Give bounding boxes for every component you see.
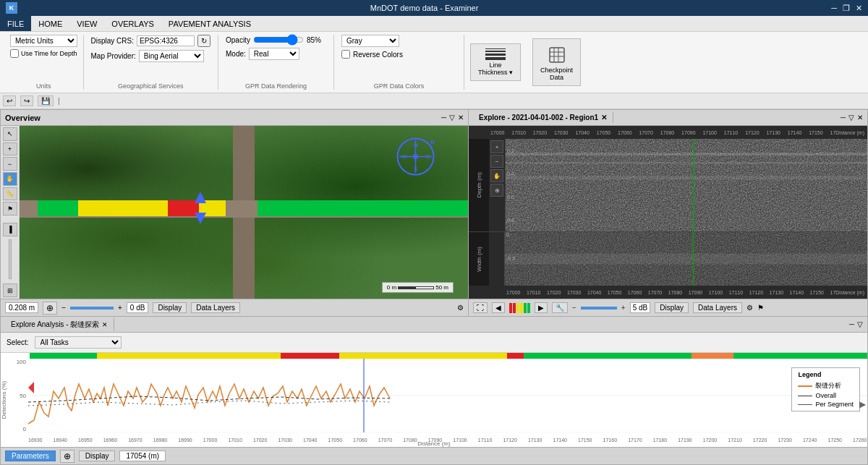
geo-group-title: Geographical Services bbox=[91, 82, 210, 90]
svg-text:S: S bbox=[414, 166, 417, 172]
explore-tab-close[interactable]: ✕ bbox=[601, 114, 607, 121]
legend-color-1 bbox=[798, 385, 812, 387]
close-btn[interactable]: ✕ bbox=[856, 4, 862, 13]
stripe-green[interactable] bbox=[524, 303, 527, 313]
minimize-btn[interactable]: ─ bbox=[831, 4, 837, 13]
tool-flag[interactable]: ⚑ bbox=[3, 202, 17, 216]
bar-yellow3 bbox=[407, 353, 507, 359]
map-provider-select[interactable]: Bing Aerial OpenStreetMap bbox=[139, 50, 204, 62]
explore-right-btn[interactable]: ▶ bbox=[535, 302, 548, 313]
overview-add-btn[interactable]: ⊕ bbox=[43, 302, 57, 315]
use-time-checkbox[interactable] bbox=[10, 49, 19, 58]
overview-close-icon[interactable]: ✕ bbox=[458, 114, 464, 121]
explore-data-layers-btn[interactable]: Data Layers bbox=[693, 302, 742, 313]
explore-left-tools bbox=[469, 126, 472, 129]
explore-expand-icon[interactable]: ▽ bbox=[848, 114, 854, 121]
chart-color-bars bbox=[30, 353, 867, 359]
checkpoint-btn[interactable]: Checkpoint Data bbox=[532, 38, 581, 86]
restore-btn[interactable]: ❐ bbox=[843, 4, 850, 13]
tool-pointer[interactable]: ↖ bbox=[3, 127, 17, 141]
window-controls[interactable]: ─ ❐ ✕ bbox=[831, 4, 862, 13]
tool-pan[interactable]: ✋ bbox=[3, 172, 17, 186]
menu-view[interactable]: VIEW bbox=[69, 16, 104, 31]
zoom-in-btn[interactable]: + bbox=[490, 140, 503, 153]
explore-footer: ⛶ ◀ ▶ 🔧 − + 5 dB Display Data Lay bbox=[469, 299, 867, 316]
menu-file[interactable]: FILE bbox=[0, 16, 31, 31]
select-btn[interactable]: ⊕ bbox=[490, 184, 503, 197]
crs-refresh-btn[interactable]: ↻ bbox=[197, 35, 210, 47]
analysis-add-btn[interactable]: ⊕ bbox=[60, 450, 75, 463]
map-content: N E S W 0 m 50 m bbox=[20, 126, 468, 299]
menu-overlays[interactable]: OVERLAYS bbox=[104, 16, 161, 31]
explore-minus: − bbox=[572, 304, 576, 312]
line-thickness-btn[interactable]: Line Thickness ▾ bbox=[470, 43, 521, 81]
task-select[interactable]: All Tasks Task 1 Task 2 bbox=[35, 336, 122, 349]
bar-red1 bbox=[281, 353, 314, 359]
pan-btn[interactable]: ✋ bbox=[490, 169, 503, 182]
chart-expand-right-icon[interactable]: ▶ bbox=[859, 399, 866, 409]
stripe-yellow2[interactable] bbox=[520, 303, 523, 313]
overview-expand-icon[interactable]: ▽ bbox=[449, 114, 455, 121]
explore-minimize-icon[interactable]: ─ bbox=[841, 114, 846, 121]
explore-tab[interactable]: Explore - 2021-04-01-002 - Region1 ✕ bbox=[473, 112, 613, 123]
undo-btn[interactable]: ↩ bbox=[3, 95, 16, 106]
explore-flag-icon[interactable]: ⚑ bbox=[757, 304, 764, 312]
explore-tools-btn[interactable]: 🔧 bbox=[552, 302, 568, 313]
line-thickness-sublabel: Thickness ▾ bbox=[478, 69, 513, 76]
tool-zoom-in[interactable]: + bbox=[3, 142, 17, 156]
gpr-rendering-group: Opacity 85% Mode: Real Virtual GPR Data … bbox=[218, 35, 334, 90]
explore-vertical-tools: + − ✋ ⊕ bbox=[489, 139, 506, 231]
mode-select[interactable]: Real Virtual bbox=[249, 48, 299, 60]
analysis-tab-close[interactable]: ✕ bbox=[102, 321, 108, 328]
zoom-out-btn[interactable]: − bbox=[490, 155, 503, 168]
bar-yellow2 bbox=[339, 353, 407, 359]
checkpoint-data-label: Data bbox=[550, 74, 563, 81]
tool-slider[interactable]: ▐ bbox=[3, 223, 17, 236]
overview-settings-icon[interactable]: ⚙ bbox=[457, 304, 464, 312]
explore-fullscreen-btn[interactable]: ⛶ bbox=[473, 302, 488, 313]
road-seg-yellow1 bbox=[78, 200, 168, 216]
redo-btn[interactable]: ↪ bbox=[20, 95, 33, 106]
explore-settings-icon[interactable]: ⚙ bbox=[746, 304, 753, 312]
explore-display-btn[interactable]: Display bbox=[655, 302, 689, 313]
explore-plus: + bbox=[621, 304, 626, 312]
save-btn[interactable]: 💾 bbox=[38, 95, 54, 106]
analysis-minimize-icon[interactable]: ─ bbox=[849, 320, 854, 328]
parameters-btn[interactable]: Parameters bbox=[5, 451, 56, 461]
overview-panel: Overview ─ ▽ ✕ ↖ + − ✋ 📏 ⚑ ▐ bbox=[0, 109, 469, 317]
distance-ruler-top: 1700017010170201703017040170501706017070… bbox=[469, 126, 867, 139]
svg-point-12 bbox=[413, 154, 419, 160]
top-panels: Overview ─ ▽ ✕ ↖ + − ✋ 📏 ⚑ ▐ bbox=[0, 109, 868, 317]
analysis-tab[interactable]: Explore Analysis - 裂缝探索 ✕ bbox=[5, 318, 114, 331]
analysis-display-btn[interactable]: Display bbox=[79, 451, 116, 461]
stripe-yellow[interactable] bbox=[516, 303, 519, 313]
crs-input[interactable] bbox=[137, 35, 195, 46]
opacity-label: Opacity bbox=[226, 36, 250, 44]
tool-expand[interactable]: ⊞ bbox=[3, 283, 17, 297]
svg-rect-13 bbox=[506, 139, 867, 231]
explore-left-btn[interactable]: ◀ bbox=[492, 302, 505, 313]
analysis-expand-icon[interactable]: ▽ bbox=[857, 320, 863, 328]
opacity-slider[interactable] bbox=[253, 35, 304, 45]
units-select[interactable]: Metric Units Imperial Units bbox=[10, 35, 77, 47]
explore-close-icon[interactable]: ✕ bbox=[857, 114, 863, 121]
stripe-red2[interactable] bbox=[513, 303, 516, 313]
stripe-green2[interactable] bbox=[527, 303, 530, 313]
overview-minimize-icon[interactable]: ─ bbox=[441, 114, 446, 121]
tool-measure[interactable]: 📏 bbox=[3, 187, 17, 201]
color-scheme-select[interactable]: Gray Color Rainbow bbox=[341, 35, 399, 47]
width-scan-area: Width (m) 0 -0.5 bbox=[469, 231, 867, 286]
mode-label: Mode: bbox=[226, 50, 246, 58]
stripe-red[interactable] bbox=[509, 303, 512, 313]
legend-label-2: Overall bbox=[815, 392, 836, 399]
main-area: Overview ─ ▽ ✕ ↖ + − ✋ 📏 ⚑ ▐ bbox=[0, 109, 868, 465]
overview-slider[interactable] bbox=[9, 239, 12, 280]
rendering-group-title: GPR Data Rendering bbox=[226, 82, 326, 90]
menu-pavement-analysis[interactable]: PAVEMENT ANALYSIS bbox=[161, 16, 258, 31]
menu-home[interactable]: HOME bbox=[31, 16, 69, 31]
width-label: Width (m) bbox=[476, 247, 482, 272]
reverse-colors-checkbox[interactable] bbox=[341, 50, 350, 59]
overview-data-layers-btn[interactable]: Data Layers bbox=[191, 302, 240, 313]
overview-display-btn[interactable]: Display bbox=[153, 302, 187, 313]
tool-zoom-out[interactable]: − bbox=[3, 157, 17, 171]
